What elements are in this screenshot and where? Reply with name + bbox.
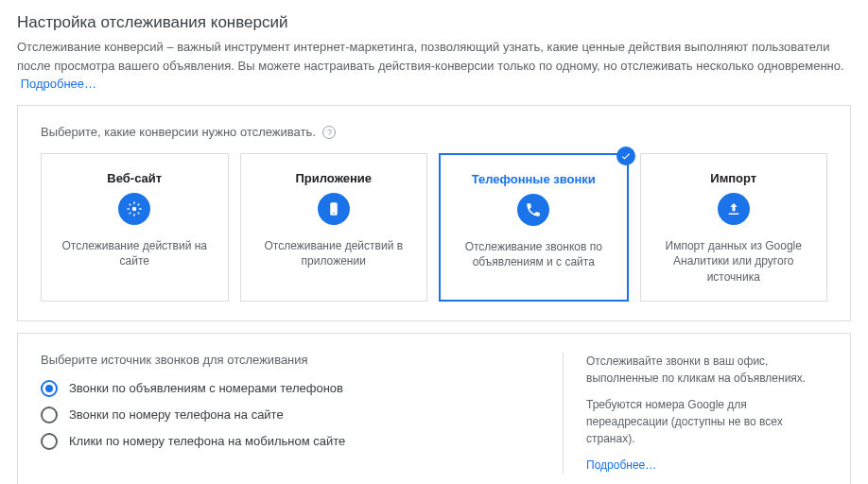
card-app[interactable]: Приложение Отслеживание действий в прило…: [240, 153, 428, 302]
page-title: Настройка отслеживания конверсий: [17, 13, 851, 32]
svg-point-0: [132, 206, 137, 211]
help-text-2: Требуются номера Google для переадресаци…: [586, 396, 827, 447]
page-description-text: Отслеживание конверсий – важный инструме…: [17, 40, 844, 73]
help-icon[interactable]: ?: [322, 126, 336, 139]
card-title: Приложение: [296, 171, 372, 185]
card-title: Веб-сайт: [107, 171, 162, 185]
page-description: Отслеживание конверсий – важный инструме…: [17, 38, 851, 94]
radio-icon: [41, 380, 58, 397]
radio-label: Звонки по объявлениям с номерами телефон…: [69, 381, 343, 395]
card-desc: Отслеживание действий на сайте: [49, 238, 220, 270]
radio-label: Клики по номеру телефона на мобильном са…: [69, 434, 345, 448]
section-label: Выберите, какие конверсии нужно отслежив…: [41, 125, 827, 140]
help-panel: Отслеживайте звонки в ваш офис, выполнен…: [563, 353, 827, 474]
card-import[interactable]: Импорт Импорт данных из Google Аналитики…: [640, 153, 828, 302]
cards-row: Веб-сайт Отслеживание действий на сайте …: [41, 153, 827, 302]
call-source-card: Выберите источник звонков для отслеживан…: [17, 333, 851, 484]
help-text-1: Отслеживайте звонки в ваш офис, выполнен…: [586, 353, 827, 387]
card-title: Импорт: [710, 171, 756, 185]
phone-icon: [517, 194, 549, 226]
conversion-type-card: Выберите, какие конверсии нужно отслежив…: [17, 105, 851, 321]
radio-clicks-mobile[interactable]: Клики по номеру телефона на мобильном са…: [41, 433, 534, 450]
svg-point-2: [333, 212, 335, 214]
radio-icon: [41, 433, 58, 450]
card-desc: Отслеживание действий в приложении: [249, 238, 420, 270]
card-title: Телефонные звонки: [472, 172, 596, 186]
radio-label: Звонки по номеру телефона на сайте: [69, 407, 284, 422]
section2-label: Выберите источник звонков для отслеживан…: [41, 353, 534, 367]
help-learn-more-link[interactable]: Подробнее…: [586, 458, 656, 472]
card-calls[interactable]: Телефонные звонки Отслеживание звонков п…: [439, 153, 629, 302]
cursor-icon: [118, 193, 150, 225]
radio-calls-from-site[interactable]: Звонки по номеру телефона на сайте: [41, 406, 534, 424]
card-desc: Отслеживание звонков по объявлениям и с …: [448, 239, 619, 271]
section-label-text: Выберите, какие конверсии нужно отслежив…: [41, 125, 316, 139]
upload-icon: [718, 193, 750, 225]
radio-calls-from-ads[interactable]: Звонки по объявлениям с номерами телефон…: [41, 380, 534, 397]
learn-more-link[interactable]: Подробнее…: [21, 77, 96, 91]
card-desc: Импорт данных из Google Аналитики или др…: [649, 238, 820, 285]
radio-icon: [41, 406, 58, 424]
app-icon: [318, 193, 350, 225]
card-website[interactable]: Веб-сайт Отслеживание действий на сайте: [41, 153, 229, 302]
check-icon: [616, 147, 635, 165]
